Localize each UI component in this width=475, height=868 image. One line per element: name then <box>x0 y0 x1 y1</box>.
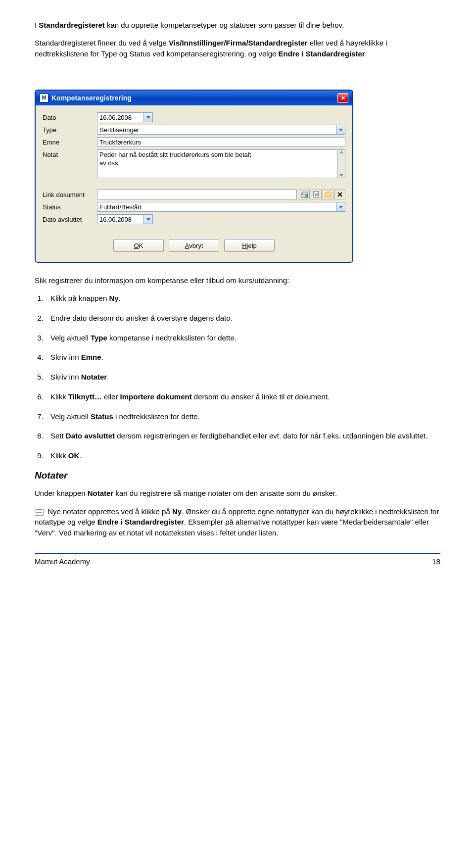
label-emne: Emne <box>43 139 97 146</box>
notater-p1: Under knappen Notater kan du registrere … <box>35 488 440 499</box>
step-6: Klikk Tilknytt… eller Importere dokument… <box>46 391 440 402</box>
delete-link-icon[interactable] <box>334 190 345 199</box>
note-icon <box>35 506 44 516</box>
step-1: Klikk på knappen Ny. <box>46 293 440 304</box>
scroll-up-icon[interactable] <box>339 151 343 153</box>
label-type: Type <box>43 126 97 134</box>
close-icon[interactable]: ✕ <box>337 93 348 103</box>
page-footer: Mamut Academy 18 <box>35 553 440 566</box>
ok-button[interactable]: OK <box>113 239 164 252</box>
step-2: Endre dato dersom du ønsker å overstyre … <box>46 313 440 324</box>
notat-field[interactable]: Peder har nå bestått sitt truckførerkurs… <box>97 149 337 178</box>
label-link-dokument: Link dokument <box>43 191 97 198</box>
step-9: Klikk OK. <box>46 450 440 461</box>
paragraph-intro-1: I Standardregisteret kan du opprette kom… <box>35 20 440 31</box>
step-7: Velg aktuell Status i nedtrekkslisten fo… <box>46 411 440 422</box>
steps-list: Klikk på knappen Ny. Endre dato dersom d… <box>46 293 440 461</box>
attach-document-icon[interactable] <box>299 190 310 199</box>
step-5: Skriv inn Notater. <box>46 372 440 383</box>
dato-avsluttet-dropdown-button[interactable] <box>144 214 153 224</box>
notater-p2: Nye notater opprettes ved å klikke på Ny… <box>35 506 440 538</box>
label-status: Status <box>43 203 97 211</box>
app-icon: M <box>40 94 48 102</box>
dato-field[interactable]: 16.06.2008 <box>97 112 144 122</box>
steps-intro: Slik registrerer du informasjon om kompe… <box>35 275 440 286</box>
step-3: Velg aktuell Type kompetanse i nedtrekks… <box>46 333 440 343</box>
dialog-title: Kompetanseregistrering <box>51 94 132 102</box>
text-bold: Standardregisteret <box>39 21 104 29</box>
open-folder-icon[interactable] <box>323 190 333 199</box>
scroll-down-icon[interactable] <box>339 174 343 177</box>
dialog-body: Dato 16.06.2008 Type Sertifiseringer Emn… <box>36 105 352 262</box>
status-dropdown-button[interactable] <box>336 202 345 212</box>
word-document-icon[interactable]: W <box>311 190 322 199</box>
notat-line: av oss. <box>99 159 335 168</box>
status-field[interactable]: Fullført/Bestått <box>97 202 336 212</box>
step-8: Sett Dato avsluttet dersom registreringe… <box>46 431 440 441</box>
text: kan du opprette kompetansetyper og statu… <box>105 21 344 29</box>
label-dato: Dato <box>43 114 97 121</box>
dato-dropdown-button[interactable] <box>144 112 153 122</box>
heading-notater: Notater <box>35 470 440 481</box>
text: . <box>365 49 367 58</box>
text-bold: Endre i Standardregister <box>279 49 365 58</box>
svg-text:W: W <box>314 193 318 197</box>
notat-line: Peder har nå bestått sitt truckførerkurs… <box>99 151 335 159</box>
footer-left: Mamut Academy <box>35 557 90 566</box>
scrollbar[interactable] <box>337 149 345 178</box>
label-notat: Notat <box>43 149 97 158</box>
dialog-kompetanseregistrering: M Kompetanseregistrering ✕ Dato 16.06.20… <box>35 90 353 263</box>
type-dropdown-button[interactable] <box>336 125 345 135</box>
text-bold: Vis/Innstillinger/Firma/Standardregister <box>169 39 308 47</box>
footer-right: 18 <box>432 557 440 566</box>
type-field[interactable]: Sertifiseringer <box>97 125 336 135</box>
hjelp-button[interactable]: Hjelp <box>224 239 275 252</box>
title-bar: M Kompetanseregistrering ✕ <box>36 91 352 105</box>
link-dokument-field[interactable] <box>97 190 297 199</box>
dato-avsluttet-field[interactable]: 16.06.2008 <box>97 214 144 224</box>
text: Standardregisteret finner du ved å velge <box>35 39 169 47</box>
svg-point-2 <box>305 194 308 197</box>
paragraph-intro-2: Standardregisteret finner du ved å velge… <box>35 38 440 59</box>
avbryt-button[interactable]: Avbryt <box>169 239 219 252</box>
label-dato-avsluttet: Dato avsluttet <box>43 216 97 223</box>
emne-field[interactable]: Truckførerkurs <box>97 137 345 147</box>
step-4: Skriv inn Emne. <box>46 352 440 363</box>
